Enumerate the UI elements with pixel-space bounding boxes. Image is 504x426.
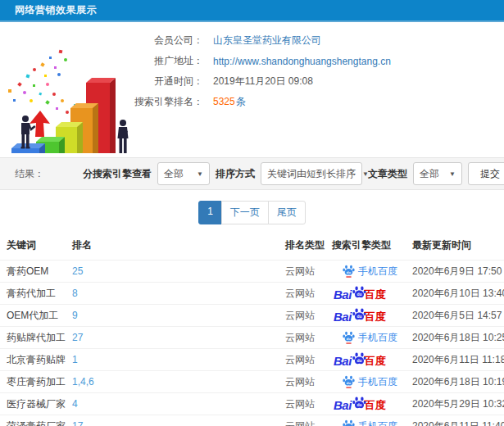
table-row: 膏药OEM25云网站 du 手机百度 2020年6月9日 17:50	[0, 261, 504, 283]
rank-link[interactable]: 1	[72, 354, 78, 365]
keyword-cell: 北京膏药贴牌	[0, 349, 66, 371]
baidu-logo: Bai du 百度	[334, 352, 386, 367]
info-row: 开通时间： 2019年11月20日 09:08	[129, 71, 391, 92]
article-type-label: 文章类型	[368, 167, 407, 181]
results-table: 关键词 排名 排名类型 搜索引擎类型 最新更新时间 膏药OEM25云网站 du …	[0, 234, 504, 426]
info-label: 会员公司：	[129, 34, 203, 48]
baidu-bai-text: Bai	[334, 355, 352, 367]
chevron-down-icon: ▼	[443, 170, 456, 178]
baidu-cn-text: 百度	[365, 355, 386, 367]
engine-cell: du 手机百度	[325, 415, 406, 426]
baidu-paw-icon: du	[343, 331, 355, 344]
update-time-cell: 2020年6月18日 10:25	[406, 327, 504, 349]
mobile-baidu-label: 手机百度	[358, 375, 397, 389]
info-row: 会员公司： 山东皇圣堂药业有限公司	[129, 30, 391, 51]
baidu-logo: Bai du 百度	[334, 286, 386, 301]
rank-cell: 1,4,6	[66, 371, 279, 393]
rank-cell: 1	[66, 349, 279, 371]
mobile-baidu-label: 手机百度	[358, 331, 397, 345]
svg-text:du: du	[347, 270, 352, 274]
rank-cell: 9	[66, 305, 279, 327]
rank-type-cell: 云网站	[279, 261, 325, 283]
baidu-cn-text: 百度	[365, 399, 386, 411]
sort-filter-select[interactable]: 关键词由短到长排序 ▼	[261, 162, 362, 185]
update-time-cell: 2020年6月18日 10:19	[406, 371, 504, 393]
page-title: 网络营销效果展示	[15, 3, 97, 17]
table-header-row: 关键词 排名 排名类型 搜索引擎类型 最新更新时间	[0, 234, 504, 261]
rank-link[interactable]: 9	[72, 310, 78, 321]
filter-bar: 结果： 分搜索引擎查看 全部 ▼ 排序方式 关键词由短到长排序 ▼ 文章类型 全…	[0, 157, 504, 190]
info-label: 搜索引擎排名：	[129, 95, 203, 109]
table-row: 菏泽膏药厂家17云网站 du 手机百度 2020年6月11日 11:40	[0, 415, 504, 426]
growth-chart-illustration	[2, 24, 151, 153]
engine-filter-select[interactable]: 全部 ▼	[157, 162, 210, 185]
info-row: 搜索引擎排名： 5325条	[129, 92, 391, 112]
page-header: 网络营销效果展示	[0, 0, 504, 22]
svg-text:du: du	[356, 403, 361, 407]
rank-link[interactable]: 4	[72, 398, 78, 410]
article-type-select[interactable]: 全部 ▼	[413, 162, 462, 185]
info-row: 推广地址： http://www.shandonghuangshengtang.…	[129, 51, 391, 71]
pagination: 1下一页尾页	[0, 201, 504, 224]
engine-cell: Bai du 百度	[325, 393, 406, 415]
engine-filter-label: 分搜索引擎查看	[83, 167, 152, 181]
rank-type-cell: 云网站	[279, 415, 325, 426]
filter-controls: 分搜索引擎查看 全部 ▼ 排序方式 关键词由短到长排序 ▼ 文章类型 全部 ▼ …	[83, 162, 504, 185]
table-row: 药贴牌代加工27云网站 du 手机百度 2020年6月18日 10:25	[0, 327, 504, 349]
baidu-paw-icon: du	[343, 265, 355, 278]
info-value[interactable]: 山东皇圣堂药业有限公司	[213, 34, 321, 48]
update-time-cell: 2020年6月9日 17:50	[406, 261, 504, 283]
engine-cell: du 手机百度	[325, 327, 406, 349]
rank-link[interactable]: 25	[72, 265, 83, 277]
svg-text:du: du	[347, 337, 352, 341]
submit-button[interactable]: 提交	[468, 162, 504, 185]
keyword-cell: 药贴牌代加工	[0, 327, 66, 349]
baidu-paw-icon: du	[343, 419, 355, 426]
ranking-count: 5325	[213, 96, 235, 107]
keyword-cell: OEM代加工	[0, 305, 66, 327]
rank-link[interactable]: 17	[72, 420, 83, 426]
update-time-cell: 2020年6月5日 14:57	[406, 305, 504, 327]
keyword-cell: 医疗器械厂家	[0, 393, 66, 415]
mobile-baidu-logo: du 手机百度	[342, 331, 397, 345]
company-info-list: 会员公司： 山东皇圣堂药业有限公司 推广地址： http://www.shand…	[129, 30, 391, 112]
engine-cell: Bai du 百度	[325, 283, 406, 305]
baidu-bai-text: Bai	[334, 310, 352, 323]
chevron-down-icon: ▼	[190, 170, 203, 178]
rank-type-cell: 云网站	[279, 305, 325, 327]
keyword-cell: 膏药OEM	[0, 261, 66, 283]
article-type-value: 全部	[420, 167, 439, 181]
mobile-baidu-logo: du 手机百度	[342, 419, 397, 426]
table-row: 北京膏药贴牌1云网站 Bai du 百度 2020年6月11日 11:18	[0, 349, 504, 371]
info-label: 推广地址：	[129, 54, 203, 68]
rank-link[interactable]: 1,4,6	[72, 376, 94, 387]
col-header-rank: 排名	[66, 234, 279, 261]
page-current[interactable]: 1	[198, 201, 222, 224]
info-value[interactable]: http://www.shandonghuangshengtang.cn	[213, 56, 391, 67]
engine-cell: Bai du 百度	[325, 349, 406, 371]
rank-link[interactable]: 27	[72, 332, 83, 343]
mobile-baidu-logo: du 手机百度	[342, 375, 397, 389]
baidu-logo: Bai du 百度	[334, 397, 386, 411]
rank-type-cell: 云网站	[279, 371, 325, 393]
chevron-down-icon: ▼	[356, 170, 369, 178]
col-header-rank-type: 排名类型	[279, 234, 325, 261]
mobile-baidu-label: 手机百度	[358, 265, 397, 279]
rank-type-cell: 云网站	[279, 283, 325, 305]
rank-type-cell: 云网站	[279, 349, 325, 371]
update-time-cell: 2020年6月10日 13:40	[406, 283, 504, 305]
rank-cell: 25	[66, 261, 279, 283]
rank-cell: 27	[66, 327, 279, 349]
engine-cell: du 手机百度	[325, 261, 406, 283]
info-section: 会员公司： 山东皇圣堂药业有限公司 推广地址： http://www.shand…	[0, 22, 504, 156]
engine-cell: du 手机百度	[325, 371, 406, 393]
page-button-2[interactable]: 尾页	[268, 201, 306, 224]
table-row: 膏药代加工8云网站 Bai du 百度 2020年6月10日 13:40	[0, 283, 504, 305]
baidu-bai-text: Bai	[334, 399, 352, 411]
col-header-update-time: 最新更新时间	[406, 234, 504, 261]
page-button-1[interactable]: 下一页	[221, 201, 269, 224]
svg-text:du: du	[356, 315, 361, 319]
engine-cell: Bai du 百度	[325, 305, 406, 327]
baidu-cn-text: 百度	[365, 310, 386, 323]
rank-link[interactable]: 8	[72, 288, 78, 299]
